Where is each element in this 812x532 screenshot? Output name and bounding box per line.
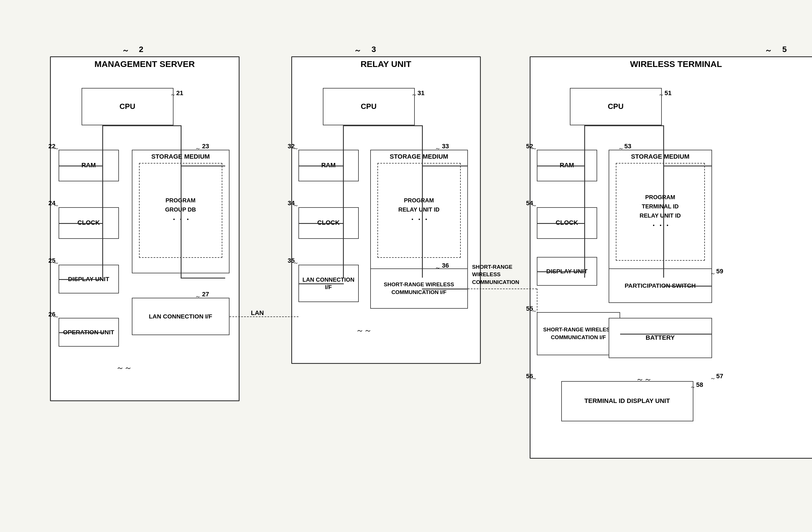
ru-hline-ram	[299, 166, 344, 166]
wt-storage-terminalid: TERMINAL ID	[642, 202, 679, 211]
lan-label: LAN	[251, 309, 264, 317]
squiggle-56: ～	[531, 375, 537, 382]
ru-vline-left	[343, 125, 344, 278]
wt-storage-inner: PROGRAM TERMINAL ID RELAY UNIT ID ・・・	[616, 163, 705, 261]
ref-33: 33	[442, 142, 449, 150]
squiggle-58: ～	[690, 383, 696, 391]
ms-vline-left	[102, 125, 103, 278]
squiggle-24: ～	[54, 201, 59, 209]
ru-storage-label: STORAGE MEDIUM	[373, 153, 465, 161]
wireless-connection-vline	[537, 289, 537, 334]
ms-hline-display	[59, 279, 103, 280]
ref-58: 58	[696, 381, 703, 389]
squiggle-59: ～	[710, 270, 716, 277]
ms-hline-op	[59, 332, 103, 333]
wt-vline-left	[584, 125, 585, 278]
ref-23: 23	[202, 142, 209, 150]
squiggle-55: ～	[531, 307, 537, 315]
wt-hline-display	[537, 271, 585, 272]
squiggle-57: ～	[710, 375, 716, 382]
wt-hline-ram	[537, 166, 585, 166]
ref-27: 27	[202, 291, 209, 298]
squiggle-22: ～	[54, 144, 59, 152]
squiggle-5: ～	[765, 45, 772, 55]
ms-hline-storage	[181, 166, 225, 166]
ru-storage: STORAGE MEDIUM PROGRAM RELAY UNIT ID ・・・	[370, 150, 468, 273]
ru-storage-program: PROGRAM	[404, 196, 434, 205]
ru-storage-dots: ・・・	[409, 214, 430, 225]
ref-5: 5	[782, 45, 787, 54]
ru-hline-top	[343, 125, 423, 126]
wt-hline-clock	[537, 223, 585, 224]
ru-hline-storage	[422, 166, 467, 166]
ref-57: 57	[716, 373, 723, 380]
wt-wireless: SHORT-RANGE WIRELESS COMMUNICATION I/F	[537, 312, 620, 355]
relay-unit-title: RELAY UNIT	[291, 59, 481, 69]
wt-storage-label: STORAGE MEDIUM	[611, 153, 709, 161]
squiggle-wt-bottom: ～～	[636, 374, 652, 385]
squiggle-35: ～	[293, 259, 299, 267]
squiggle-26: ～	[54, 313, 59, 321]
squiggle-54: ～	[531, 201, 537, 209]
squiggle-52: ～	[531, 144, 537, 152]
squiggle-32: ～	[293, 144, 299, 152]
ru-hline-lan	[299, 283, 344, 284]
ru-hline-clock	[299, 223, 344, 224]
wireless-label: SHORT-RANGEWIRELESSCOMMUNICATION	[472, 263, 530, 286]
wt-hline-top	[584, 125, 664, 126]
ref-3: 3	[372, 45, 376, 54]
wt-battery: BATTERY	[609, 318, 712, 358]
ms-vline-right	[181, 125, 182, 278]
wt-storage-program: PROGRAM	[645, 193, 675, 202]
squiggle-34: ～	[293, 201, 299, 209]
ru-cpu: CPU	[323, 88, 415, 125]
wt-vline-right	[663, 125, 664, 278]
ru-storage-inner: PROGRAM RELAY UNIT ID ・・・	[377, 163, 461, 258]
squiggle-31: ～	[411, 91, 417, 99]
squiggle-2: ～	[122, 45, 129, 55]
squiggle-51: ～	[658, 91, 664, 99]
wireless-terminal-title: WIRELESS TERMINAL	[530, 59, 812, 69]
ms-lan: LAN CONNECTION I/F	[132, 298, 230, 335]
squiggle-25: ～	[54, 259, 59, 267]
ru-hline-wireless	[422, 289, 467, 290]
wt-hline-participation	[663, 286, 711, 286]
squiggle-ru-bottom: ～～	[356, 325, 372, 336]
wt-storage: STORAGE MEDIUM PROGRAM TERMINAL ID RELAY…	[609, 150, 712, 273]
wireless-connection-line	[468, 289, 537, 289]
ref-2: 2	[139, 45, 144, 54]
wt-hline-battery	[620, 334, 712, 335]
diagram: MANAGEMENT SERVER 2 ～ CPU 21 ～ 22 ～ RAM …	[33, 22, 780, 510]
squiggle-3: ～	[354, 45, 361, 55]
ref-53: 53	[624, 142, 631, 150]
ms-hline-top	[102, 125, 182, 126]
ms-hline-ram	[59, 166, 103, 166]
squiggle-ms-bottom: ～～	[116, 362, 132, 373]
wt-hline-storage	[663, 166, 711, 166]
ru-vline-right	[422, 125, 423, 278]
ref-31: 31	[418, 89, 424, 97]
ms-hline-clock	[59, 223, 103, 224]
ms-cpu: CPU	[82, 88, 173, 125]
wt-storage-relayid: RELAY UNIT ID	[640, 211, 681, 220]
management-server-title: MANAGEMENT SERVER	[50, 59, 240, 69]
ru-storage-relayid: RELAY UNIT ID	[398, 205, 439, 214]
wt-cpu: CPU	[570, 88, 662, 125]
squiggle-21: ～	[170, 91, 176, 99]
ref-21: 21	[176, 89, 183, 97]
wt-storage-dots: ・・・	[650, 220, 671, 231]
ref-51: 51	[665, 89, 671, 97]
wt-terminal-display: TERMINAL ID DISPLAY UNIT	[561, 381, 693, 421]
ms-hline-lan	[181, 278, 225, 279]
ref-59: 59	[716, 268, 723, 275]
